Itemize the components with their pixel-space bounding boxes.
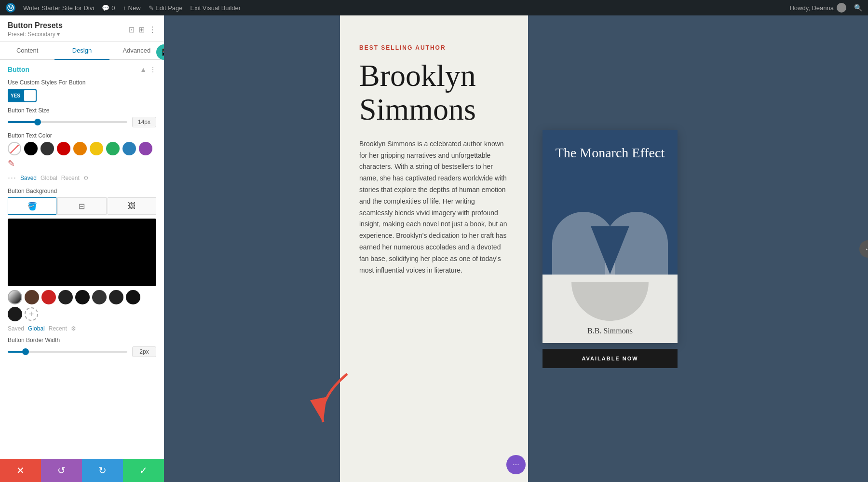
color-swatch-black[interactable]: [24, 142, 38, 155]
preset-dots-1[interactable]: ···: [8, 173, 16, 183]
user-avatar[interactable]: [837, 3, 846, 13]
edit-page-button[interactable]: ✎ Edit Page: [149, 4, 183, 12]
saved-link-2[interactable]: Saved: [8, 325, 24, 332]
preset-settings-1[interactable]: ⚙: [83, 175, 89, 181]
page-canvas: ↔ BEST SELLING AUTHOR Brooklyn Simmons B…: [164, 15, 868, 482]
resize-handle[interactable]: ↔: [859, 240, 868, 258]
dark-swatch-red[interactable]: [41, 290, 56, 304]
redo-button[interactable]: ↻: [82, 459, 123, 482]
color-swatch-yellow[interactable]: [90, 142, 103, 155]
bg-color-preview[interactable]: [8, 219, 156, 286]
custom-styles-label: Use Custom Styles For Button: [8, 79, 156, 86]
hero-section: BEST SELLING AUTHOR Brooklyn Simmons Bro…: [340, 15, 692, 482]
color-swatch-purple[interactable]: [139, 142, 152, 155]
bg-color-btn[interactable]: 🪣: [8, 197, 56, 215]
recent-link-1[interactable]: Recent: [61, 175, 80, 181]
book-cover: The Monarch Effect: [542, 130, 678, 275]
section-collapse-icon[interactable]: ▲: [140, 66, 147, 73]
svg-text:W: W: [9, 5, 13, 10]
border-width-value[interactable]: 2px: [132, 346, 156, 357]
exit-builder-button[interactable]: Exit Visual Builder: [190, 4, 241, 12]
dark-swatch-brown[interactable]: [25, 290, 39, 304]
dark-swatch-3[interactable]: [92, 290, 107, 304]
search-icon[interactable]: 🔍: [854, 4, 862, 12]
panel-content: Button ▲ ⋮ Use Custom Styles For Button …: [0, 60, 164, 459]
save-button[interactable]: ✓: [123, 459, 164, 482]
hero-label: BEST SELLING AUTHOR: [359, 44, 509, 51]
main-layout: 📱 Button Presets Preset: Secondary ▾ ⊡ ⊞…: [0, 15, 868, 482]
text-color-label: Button Text Color: [8, 132, 156, 139]
white-page: BEST SELLING AUTHOR Brooklyn Simmons Bro…: [340, 15, 692, 482]
book-bottom-circle: [571, 282, 649, 321]
comment-count: 0: [111, 4, 115, 12]
section-icons: ▲ ⋮: [140, 66, 156, 73]
border-width-slider-row: 2px: [8, 346, 156, 357]
hero-right: The Monarch Effect B.B. Simmons AVAILABL…: [528, 15, 692, 482]
section-title: Button: [8, 66, 29, 73]
border-slider-thumb[interactable]: [22, 348, 29, 355]
hero-bio: Brooklyn Simmons is a celebrated author …: [359, 138, 509, 276]
saved-link-1[interactable]: Saved: [20, 175, 37, 181]
dark-swatch-1[interactable]: [58, 290, 73, 304]
dark-swatch-5[interactable]: [126, 290, 140, 304]
dark-swatch-4[interactable]: [109, 290, 123, 304]
book-author: B.B. Simmons: [587, 327, 633, 335]
preset-row-1: ··· Saved Global Recent ⚙: [8, 173, 156, 183]
text-size-slider-track[interactable]: [8, 121, 127, 123]
color-swatch-orange[interactable]: [73, 142, 87, 155]
bg-label: Button Background: [8, 188, 156, 194]
text-color-swatches: ✎: [8, 142, 156, 169]
text-size-slider-fill: [8, 121, 38, 123]
panel-icon-restore[interactable]: ⊡: [128, 25, 135, 34]
close-button[interactable]: ✕: [0, 459, 41, 482]
undo-button[interactable]: ↺: [41, 459, 82, 482]
dark-color-swatches: +: [8, 290, 156, 321]
section-menu-icon[interactable]: ⋮: [149, 66, 156, 73]
add-color-button[interactable]: +: [25, 307, 38, 321]
preset-row-2: Saved Global Recent ⚙: [8, 325, 156, 332]
tab-content[interactable]: Content: [0, 42, 54, 60]
section-header: Button ▲ ⋮: [8, 66, 156, 73]
border-slider-track[interactable]: [8, 351, 127, 353]
text-size-value[interactable]: 14px: [132, 117, 156, 127]
wp-logo-icon[interactable]: W: [6, 3, 15, 13]
bottom-action-bar: ✕ ↺ ↻ ✓: [0, 459, 164, 482]
panel-icon-menu[interactable]: ⋮: [149, 25, 156, 34]
three-dots-button[interactable]: ···: [506, 455, 526, 474]
hero-name: Brooklyn Simmons: [359, 59, 509, 127]
global-link-2[interactable]: Global: [28, 325, 45, 332]
right-content: ↔ BEST SELLING AUTHOR Brooklyn Simmons B…: [164, 15, 868, 482]
recent-link-2[interactable]: Recent: [49, 325, 67, 332]
color-swatch-green[interactable]: [106, 142, 120, 155]
site-name[interactable]: Writer Starter Site for Divi: [23, 4, 94, 12]
comment-bubble-icon: 💬: [102, 4, 109, 12]
panel-header-icons: ⊡ ⊞ ⋮: [128, 25, 156, 34]
dark-swatch-6[interactable]: [8, 307, 22, 321]
color-swatch-red[interactable]: [57, 142, 70, 155]
bg-image-btn[interactable]: 🖼: [108, 197, 156, 215]
text-size-slider-thumb[interactable]: [34, 119, 41, 125]
new-button[interactable]: + New: [122, 4, 140, 12]
panel-tabs: Content Design Advanced: [0, 42, 164, 60]
panel-preset[interactable]: Preset: Secondary ▾: [8, 31, 63, 38]
dark-swatch-2[interactable]: [75, 290, 90, 304]
global-link-1[interactable]: Global: [41, 175, 57, 181]
custom-styles-toggle[interactable]: YES: [8, 89, 37, 102]
color-picker-icon[interactable]: ✎: [8, 158, 15, 169]
panel-icon-grid[interactable]: ⊞: [138, 25, 145, 34]
panel-header: Button Presets Preset: Secondary ▾ ⊡ ⊞ ⋮: [0, 15, 164, 42]
book-title: The Monarch Effect: [546, 130, 675, 162]
tab-advanced[interactable]: Advanced: [109, 42, 164, 60]
comments-button[interactable]: 💬 0: [102, 4, 115, 12]
book-bottom-area: B.B. Simmons: [542, 275, 678, 343]
bg-gradient-btn[interactable]: ⊟: [57, 197, 106, 215]
dark-color-picker-icon[interactable]: [8, 290, 22, 304]
color-swatch-transparent[interactable]: [8, 142, 21, 155]
hero-left: BEST SELLING AUTHOR Brooklyn Simmons Bro…: [340, 15, 528, 482]
wp-admin-bar: W Writer Starter Site for Divi 💬 0 + New…: [0, 0, 868, 15]
available-now-button[interactable]: AVAILABLE NOW: [542, 349, 678, 368]
preset-settings-2[interactable]: ⚙: [71, 325, 76, 332]
color-swatch-dark-gray[interactable]: [41, 142, 54, 155]
tab-design[interactable]: Design: [54, 42, 109, 60]
color-swatch-blue[interactable]: [122, 142, 136, 155]
